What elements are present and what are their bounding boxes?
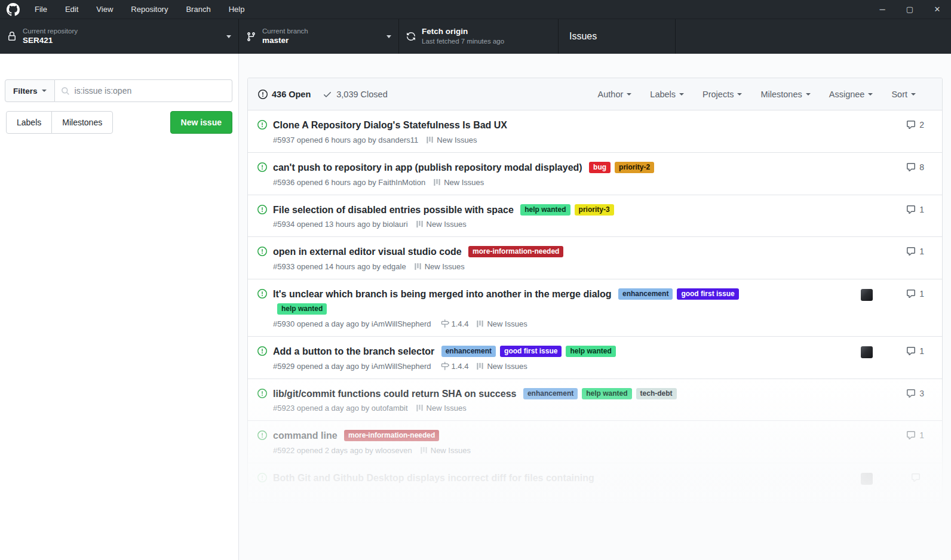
issue-meta: #5936 opened 6 hours ago by FaithInMotio… bbox=[273, 178, 745, 187]
issue-row[interactable]: Clone A Repository Dialog's Statefulness… bbox=[248, 110, 942, 152]
issue-meta: #5937 opened 6 hours ago by dsanders11 N… bbox=[273, 136, 745, 144]
open-issues-filter[interactable]: 436 Open bbox=[258, 90, 311, 99]
new-issue-button[interactable]: New issue bbox=[170, 111, 232, 134]
issue-label[interactable]: tech-debt bbox=[636, 388, 677, 399]
maximize-button[interactable]: ▢ bbox=[896, 0, 924, 19]
filter-dropdown-projects[interactable]: Projects bbox=[702, 90, 742, 99]
issue-label[interactable]: help wanted bbox=[582, 388, 631, 399]
issue-row[interactable]: lib/git/commit functions could return SH… bbox=[248, 379, 942, 421]
project-name: New Issues bbox=[437, 136, 477, 144]
issue-project: New Issues bbox=[416, 404, 467, 413]
menu-item-branch[interactable]: Branch bbox=[177, 0, 219, 19]
current-branch-button[interactable]: Current branch master bbox=[239, 19, 399, 54]
menu-item-help[interactable]: Help bbox=[220, 0, 254, 19]
fetch-origin-button[interactable]: Fetch origin Last fetched 7 minutes ago bbox=[399, 19, 559, 54]
filter-dropdown-labels[interactable]: Labels bbox=[650, 90, 684, 99]
issue-row-main: can't push to repository in app (publish… bbox=[273, 161, 745, 187]
project-icon bbox=[476, 320, 484, 328]
github-logo-icon bbox=[7, 3, 20, 16]
comment-count-link[interactable] bbox=[903, 473, 924, 482]
issue-label[interactable]: good first issue bbox=[677, 288, 738, 300]
issue-title[interactable]: Clone A Repository Dialog's Statefulness… bbox=[273, 120, 507, 130]
chevron-down-icon bbox=[226, 35, 231, 38]
issue-row[interactable]: File selection of disabled entries possi… bbox=[248, 195, 942, 237]
comment-count-link[interactable]: 1 bbox=[903, 205, 924, 214]
comment-count-link[interactable]: 8 bbox=[903, 162, 924, 172]
issue-row-right: 1 bbox=[861, 344, 924, 371]
chevron-down-icon bbox=[42, 90, 47, 92]
issue-row-right: 1 bbox=[861, 287, 924, 328]
menu-item-view[interactable]: View bbox=[87, 0, 122, 19]
issue-title[interactable]: lib/git/commit functions could return SH… bbox=[273, 389, 516, 399]
minimize-button[interactable]: ─ bbox=[869, 0, 896, 19]
issue-search-box[interactable] bbox=[55, 79, 232, 102]
issue-row[interactable]: open in external editor visual studio co… bbox=[248, 236, 942, 279]
issue-meta: #5929 opened a day ago by iAmWillShepher… bbox=[273, 362, 745, 371]
milestone-value: 1.4.4 bbox=[452, 319, 469, 328]
issue-label[interactable]: help wanted bbox=[520, 204, 570, 216]
issue-row-main: File selection of disabled entries possi… bbox=[273, 203, 745, 229]
dropdown-label: Sort bbox=[891, 90, 907, 99]
branch-name: master bbox=[262, 36, 308, 46]
git-branch-icon bbox=[246, 32, 256, 42]
assignee-avatar[interactable] bbox=[861, 289, 873, 301]
dropdown-label: Projects bbox=[702, 90, 734, 99]
close-button[interactable]: ✕ bbox=[924, 0, 951, 19]
milestones-button[interactable]: Milestones bbox=[51, 111, 113, 134]
issue-title[interactable]: open in external editor visual studio co… bbox=[273, 247, 462, 257]
issue-label[interactable]: priority-3 bbox=[575, 204, 614, 216]
labels-button[interactable]: Labels bbox=[6, 111, 52, 134]
issue-row[interactable]: can't push to repository in app (publish… bbox=[248, 152, 942, 195]
issue-label[interactable]: bug bbox=[589, 162, 611, 173]
toolbar-filler bbox=[676, 19, 951, 54]
filter-dropdown-assignee[interactable]: Assignee bbox=[829, 90, 873, 99]
issue-label[interactable]: priority-2 bbox=[615, 162, 654, 173]
comment-count-link[interactable]: 1 bbox=[903, 289, 924, 299]
issue-label[interactable]: more-information-needed bbox=[468, 246, 563, 257]
comment-count-link[interactable]: 1 bbox=[903, 247, 924, 256]
issue-label[interactable]: more-information-needed bbox=[344, 430, 439, 441]
comment-count: 1 bbox=[919, 247, 924, 256]
comment-count: 1 bbox=[919, 346, 924, 356]
issue-title[interactable]: File selection of disabled entries possi… bbox=[273, 205, 514, 215]
issue-label[interactable]: enhancement bbox=[618, 288, 673, 300]
issue-meta-text: #5929 opened a day ago by iAmWillShepher… bbox=[273, 362, 431, 371]
issue-title[interactable]: Both Git and Github Desktop displays inc… bbox=[273, 473, 594, 483]
issue-label[interactable]: enhancement bbox=[441, 346, 496, 357]
issue-label[interactable]: good first issue bbox=[500, 346, 562, 357]
issue-title[interactable]: Add a button to the branch selector bbox=[273, 346, 434, 356]
current-repository-button[interactable]: Current repository SER421 bbox=[0, 19, 239, 54]
issue-row-main: Add a button to the branch selector enha… bbox=[273, 344, 745, 371]
issue-row-right: 1 bbox=[903, 429, 924, 455]
issue-project: New Issues bbox=[414, 262, 465, 271]
issue-label[interactable]: help wanted bbox=[277, 303, 327, 315]
menu-item-file[interactable]: File bbox=[26, 0, 56, 19]
comment-icon bbox=[906, 430, 916, 440]
search-input[interactable] bbox=[75, 86, 226, 96]
issue-label[interactable]: enhancement bbox=[523, 388, 578, 399]
filters-dropdown-button[interactable]: Filters bbox=[5, 79, 55, 102]
tab-issues[interactable]: Issues bbox=[559, 19, 676, 54]
comment-count: 3 bbox=[919, 389, 924, 398]
filter-dropdown-author[interactable]: Author bbox=[598, 90, 632, 99]
assignee-avatar[interactable] bbox=[861, 346, 873, 358]
issue-row[interactable]: Add a button to the branch selector enha… bbox=[248, 336, 942, 379]
project-name: New Issues bbox=[427, 220, 467, 229]
issue-title[interactable]: command line bbox=[273, 430, 338, 441]
comment-count-link[interactable]: 2 bbox=[903, 120, 924, 130]
filter-dropdown-milestones[interactable]: Milestones bbox=[760, 90, 810, 99]
issue-row[interactable]: It's unclear which branch is being merge… bbox=[248, 279, 942, 336]
issue-title[interactable]: can't push to repository in app (publish… bbox=[273, 162, 582, 173]
menu-item-edit[interactable]: Edit bbox=[56, 0, 87, 19]
issue-row[interactable]: Both Git and Github Desktop displays inc… bbox=[248, 463, 942, 502]
issue-row[interactable]: command line more-information-needed #59… bbox=[248, 420, 942, 463]
assignee-avatar[interactable] bbox=[861, 473, 873, 485]
menu-item-repository[interactable]: Repository bbox=[122, 0, 177, 19]
issue-label[interactable]: help wanted bbox=[566, 346, 615, 357]
closed-issues-filter[interactable]: 3,039 Closed bbox=[323, 90, 387, 99]
issue-title[interactable]: It's unclear which branch is being merge… bbox=[273, 289, 612, 299]
comment-count-link[interactable]: 1 bbox=[903, 430, 924, 440]
comment-count-link[interactable]: 3 bbox=[903, 389, 924, 398]
filter-dropdown-sort[interactable]: Sort bbox=[891, 90, 916, 99]
comment-count-link[interactable]: 1 bbox=[903, 346, 924, 356]
